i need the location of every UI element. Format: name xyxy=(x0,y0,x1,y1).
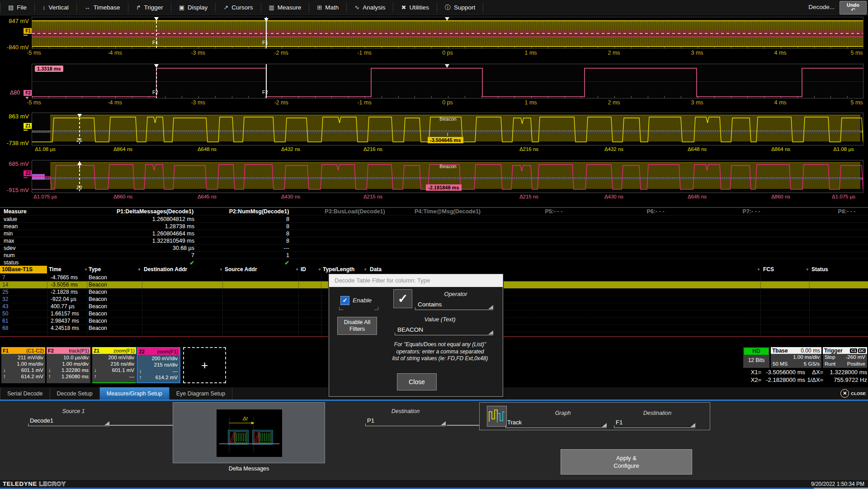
disable-all-filters-button[interactable]: Disable All Filters xyxy=(337,317,377,335)
delta-messages-caption: Delta Messages xyxy=(173,465,325,472)
sort-arrow-icon[interactable]: ▼ xyxy=(318,268,321,272)
menu-item-file[interactable]: ▤File xyxy=(0,3,35,13)
decode-protocol-badge[interactable]: 10Base-T1S xyxy=(0,266,47,273)
dialog-close-button[interactable]: Close xyxy=(397,373,437,390)
value-input[interactable]: BEACON xyxy=(395,326,493,335)
menu-item-timebase[interactable]: ↔Timebase xyxy=(77,3,128,13)
trace2-waveform-area[interactable]: 1.3318 ms F2 F2 xyxy=(32,64,863,99)
trace3-z1-badge[interactable]: Z1 xyxy=(24,123,33,129)
channel-down-value: 601.1 mV xyxy=(112,367,134,373)
channel-header: F2track(P1) xyxy=(47,347,90,354)
operator-checkbox[interactable]: ✓ xyxy=(393,289,412,308)
tab-eye-diagram-setup[interactable]: Eye Diagram Setup xyxy=(170,387,232,400)
axis-tick-label: -5 ms xyxy=(16,99,52,106)
delta-readout-label: Δ215 ns xyxy=(504,194,554,199)
undo-arrow-icon: ↶ xyxy=(840,7,866,13)
trace3-cursor-arrow-icon[interactable] xyxy=(77,114,82,118)
dialog-title[interactable]: Decode Table Filter for column: Type xyxy=(329,274,503,287)
channel-scale2: 216 ns/div xyxy=(94,361,134,367)
channel-box-f1[interactable]: F1(C1-C2)211 mV/div1.00 ms/div↓601.1 mV↑… xyxy=(1,347,45,383)
decode-col-type-length[interactable]: Type/Length xyxy=(323,266,354,273)
vertical-icon: ↕ xyxy=(42,4,46,11)
timebase-box[interactable]: Tbase 0.00 ms 1.00 ms/div 50 MS 5 GS/s xyxy=(771,347,821,368)
decode-col-source-addr[interactable]: Source Addr xyxy=(225,266,257,273)
graph-type-dropdown[interactable]: Track xyxy=(505,418,607,428)
menu-item-vertical[interactable]: ↕Vertical xyxy=(35,3,77,13)
measure-col-header[interactable]: P8:- - - xyxy=(788,208,868,215)
menu-item-measure[interactable]: ▥Measure xyxy=(261,3,310,13)
menu-item-trigger[interactable]: ↱Trigger xyxy=(128,3,171,13)
sort-arrow-icon[interactable]: ▼ xyxy=(757,268,760,272)
down-arrow-icon: ↓ xyxy=(3,367,6,373)
decode-row-type: Beacon xyxy=(89,289,107,295)
menu-item-label: Measure xyxy=(278,4,302,11)
invdx-value: 755.9722 Hz xyxy=(823,376,867,384)
graph-group-box: Graph Track Destination F1 xyxy=(479,402,710,430)
decode-col-fcs[interactable]: FCS xyxy=(763,266,774,273)
destination1-dropdown[interactable]: P1 xyxy=(365,417,446,426)
decode-menu-label[interactable]: Decode... xyxy=(808,4,835,10)
tab-measure-graph-setup[interactable]: Measure/Graph Setup xyxy=(100,387,170,400)
trigger-position-icon[interactable] xyxy=(445,17,449,21)
tbase-tdiv: 1.00 ms/div xyxy=(793,354,820,361)
trigger-slope: Positive xyxy=(847,361,865,367)
decode-filter-dialog: Decode Table Filter for column: Type ✓ E… xyxy=(329,274,503,397)
track-graph-icon[interactable] xyxy=(487,406,507,427)
sort-arrow-icon[interactable]: ▼ xyxy=(295,268,299,272)
cursor-x1-arrow-icon[interactable] xyxy=(154,17,159,21)
decode-col-time[interactable]: Time xyxy=(49,266,61,273)
delta-readout-label: Δ645 ns xyxy=(182,194,232,199)
decode-col-id[interactable]: ID xyxy=(301,266,306,273)
menu-item-display[interactable]: ▣Display xyxy=(171,3,216,13)
destination1-dropdown-icon xyxy=(441,421,446,425)
channel-desc: track(P1) xyxy=(69,348,89,353)
measure-col-header[interactable]: P5:- - - xyxy=(495,208,613,215)
trace2-cursor-arrow-icon[interactable] xyxy=(154,64,159,68)
destination2-dropdown[interactable]: F1 xyxy=(614,418,695,428)
menu-item-math[interactable]: ⊞Math xyxy=(309,3,347,13)
add-channel-box[interactable]: + xyxy=(183,347,226,383)
apply-configure-button[interactable]: Apply &Configure xyxy=(561,449,692,475)
menu-item-label: Analysis xyxy=(363,4,385,11)
sort-arrow-icon[interactable]: ▼ xyxy=(219,268,223,272)
trace4-z2-badge[interactable]: Z2 xyxy=(24,170,33,176)
trace1-waveform-area[interactable]: F1 F1 xyxy=(32,17,863,49)
tab-decode-setup[interactable]: Decode Setup xyxy=(50,387,100,400)
down-arrow-icon: ↓ xyxy=(139,368,142,374)
decode-col-status[interactable]: Status xyxy=(811,266,828,273)
trigger-box[interactable]: Trigger C1 DC Stop -260 mV Runt Positive xyxy=(823,347,867,368)
sort-arrow-icon[interactable]: ▼ xyxy=(806,268,809,272)
hd-box[interactable]: HD 12 Bits xyxy=(743,347,769,368)
menu-item-utilities[interactable]: ✖Utilities xyxy=(393,3,437,13)
menu-item-analysis[interactable]: ∿Analysis xyxy=(347,3,393,13)
decode-col-data[interactable]: Data xyxy=(370,266,382,273)
enable-checkbox[interactable]: ✓ xyxy=(340,296,349,305)
sort-arrow-icon[interactable]: ▼ xyxy=(84,268,88,272)
channel-up-value: --- xyxy=(129,373,135,380)
close-panel-button[interactable]: ✕ CLOSE xyxy=(840,389,866,398)
channel-up-row: ↑614.2 mV xyxy=(139,374,178,381)
channel-box-z2[interactable]: Z2zoom(F1)200 mV/div215 ns/div↓---↑614.2… xyxy=(137,347,180,383)
decode-row-index: 25 xyxy=(2,289,8,295)
delta-readout-label: Δ648 ns xyxy=(182,146,232,152)
source1-dropdown[interactable]: Decode1 xyxy=(28,417,109,426)
channel-box-f2[interactable]: F2track(P1)10.0 µs/div1.00 ms/div↓1.3228… xyxy=(47,347,90,383)
tab-serial-decode[interactable]: Serial Decode xyxy=(0,387,50,400)
operator-dropdown[interactable]: Contains xyxy=(415,301,493,310)
trace4-cursor-arrow-icon[interactable] xyxy=(77,161,82,165)
trace2-f2-badge[interactable]: F2 xyxy=(24,90,33,96)
undo-button[interactable]: Undo ↶ xyxy=(840,1,867,14)
channel-box-z1[interactable]: Z1zoom(F1)200 mV/div216 ns/div↓601.1 mV↑… xyxy=(92,347,136,383)
measure-col-header[interactable]: P4:Time@Msg(Decode1) xyxy=(389,208,506,215)
decode-col-type[interactable]: Type xyxy=(89,266,101,273)
sort-arrow-icon[interactable]: ▼ xyxy=(363,268,367,272)
decode-col-destination-addr[interactable]: Destination Addr xyxy=(144,266,187,273)
axis-tick-label: -3 ms xyxy=(180,99,216,106)
measure-col-header[interactable]: P1:DeltaMessages(Decode1) xyxy=(96,208,214,215)
cursor-x2-arrow-icon[interactable] xyxy=(264,18,269,22)
menu-item-cursors[interactable]: ↗Cursors xyxy=(216,3,261,13)
menu-item-support[interactable]: ⓘSupport xyxy=(437,3,483,13)
trace1-f1-badge[interactable]: F1 xyxy=(24,28,33,34)
delta-messages-thumbnail[interactable]: Δt xyxy=(173,402,325,463)
filter-funnel-icon[interactable]: ▼ xyxy=(137,268,141,272)
